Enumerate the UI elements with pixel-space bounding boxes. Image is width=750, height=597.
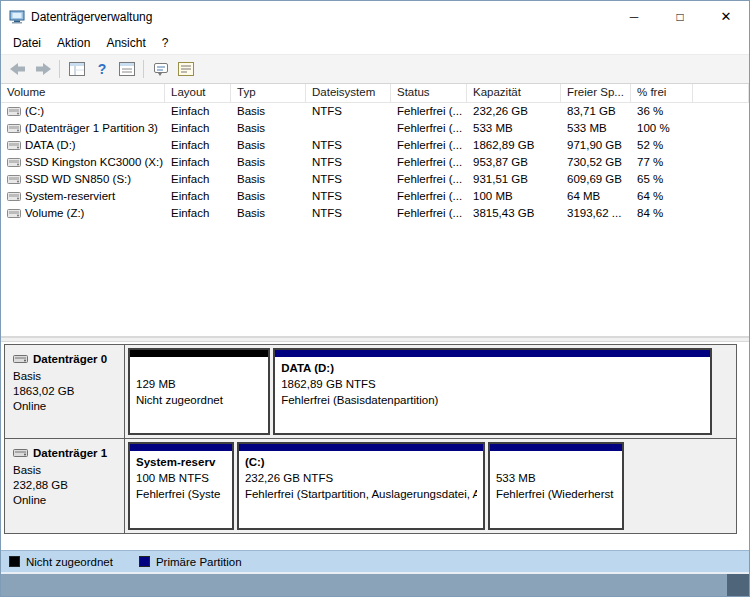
cell-volume: System-reserviert <box>1 188 165 205</box>
cell-layout: Einfach <box>165 171 231 188</box>
menu-hilfe[interactable]: ? <box>154 33 177 53</box>
disk-management-window: Datenträgerverwaltung ─ □ ✕ Datei Aktion… <box>0 0 750 597</box>
partition-size: 129 MB <box>136 376 262 392</box>
cell-typ: Basis <box>231 188 306 205</box>
partition-recovery[interactable]: 533 MB Fehlerfrei (Wiederherst <box>488 442 624 530</box>
minimize-button[interactable]: ─ <box>611 1 657 32</box>
volume-icon <box>7 208 21 219</box>
help-icon[interactable]: ? <box>89 57 114 81</box>
volume-row[interactable]: (Datenträger 1 Partition 3) Einfach Basi… <box>1 120 749 137</box>
disk-icon <box>13 447 28 459</box>
disk-row-0: Datenträger 0 Basis 1863,02 GB Online 12… <box>4 344 737 439</box>
volume-row[interactable]: SSD Kingston KC3000 (X:) Einfach Basis N… <box>1 154 749 171</box>
console-tree-icon[interactable] <box>64 57 89 81</box>
disk-icon <box>13 353 28 365</box>
disk-status: Online <box>13 399 120 414</box>
disk-name: Datenträger 0 <box>33 353 107 365</box>
cell-typ: Basis <box>231 137 306 154</box>
back-icon[interactable] <box>5 57 30 81</box>
partition-color-bar <box>239 444 483 451</box>
primary-partition-swatch <box>139 556 150 567</box>
svg-text:?: ? <box>97 61 106 77</box>
cell-kapazitaet: 931,51 GB <box>467 171 561 188</box>
app-icon[interactable] <box>9 9 25 25</box>
partition-system-reserved[interactable]: System-reserv 100 MB NTFS Fehlerfrei (Sy… <box>128 442 234 530</box>
disk-info-1[interactable]: Datenträger 1 Basis 232,88 GB Online <box>5 439 125 533</box>
volume-icon <box>7 106 21 117</box>
volume-row[interactable]: (C:) Einfach Basis NTFS Fehlerfrei (... … <box>1 103 749 120</box>
cell-layout: Einfach <box>165 137 231 154</box>
column-header-dateisystem[interactable]: Dateisystem <box>306 84 391 102</box>
cell-typ: Basis <box>231 120 306 137</box>
maximize-button[interactable]: □ <box>657 1 703 32</box>
cell-dateisystem: NTFS <box>306 137 391 154</box>
cell-volume: Volume (Z:) <box>1 205 165 222</box>
menu-datei[interactable]: Datei <box>5 33 49 53</box>
column-header-prozent-frei[interactable]: % frei <box>631 84 693 102</box>
column-header-volume[interactable]: Volume <box>1 84 165 102</box>
cell-prozent-frei: 36 % <box>631 103 693 120</box>
volume-row[interactable]: Volume (Z:) Einfach Basis NTFS Fehlerfre… <box>1 205 749 222</box>
menu-aktion[interactable]: Aktion <box>49 33 98 53</box>
volume-icon <box>7 157 21 168</box>
partition-status: Fehlerfrei (Wiederherst <box>496 486 616 502</box>
partition-color-bar <box>130 444 232 451</box>
volume-row[interactable]: SSD WD SN850 (S:) Einfach Basis NTFS Feh… <box>1 171 749 188</box>
cell-freier-speicher: 3193,62 ... <box>561 205 631 222</box>
disk-info-0[interactable]: Datenträger 0 Basis 1863,02 GB Online <box>5 345 125 438</box>
disk-status: Online <box>13 493 120 508</box>
partition-title: System-reserv <box>136 454 226 470</box>
cell-status: Fehlerfrei (... <box>391 137 467 154</box>
cell-layout: Einfach <box>165 205 231 222</box>
disk-0-partitions: 129 MB Nicht zugeordnet DATA (D:) 1862,8… <box>125 345 736 438</box>
partition-status: Nicht zugeordnet <box>136 392 262 408</box>
partition-title <box>136 360 262 376</box>
cell-layout: Einfach <box>165 154 231 171</box>
cell-dateisystem: NTFS <box>306 154 391 171</box>
cell-dateisystem <box>306 120 391 137</box>
menu-bar: Datei Aktion Ansicht ? <box>1 32 749 54</box>
partition-title <box>496 454 616 470</box>
menu-ansicht[interactable]: Ansicht <box>98 33 153 53</box>
cell-freier-speicher: 730,52 GB <box>561 154 631 171</box>
cell-kapazitaet: 232,26 GB <box>467 103 561 120</box>
cell-status: Fehlerfrei (... <box>391 154 467 171</box>
close-button[interactable]: ✕ <box>703 1 749 32</box>
volume-row[interactable]: DATA (D:) Einfach Basis NTFS Fehlerfrei … <box>1 137 749 154</box>
partition-data-d[interactable]: DATA (D:) 1862,89 GB NTFS Fehlerfrei (Ba… <box>273 348 712 435</box>
cell-prozent-frei: 77 % <box>631 154 693 171</box>
volume-icon <box>7 191 21 202</box>
cell-status: Fehlerfrei (... <box>391 120 467 137</box>
forward-icon[interactable] <box>30 57 55 81</box>
volume-list-header: Volume Layout Typ Dateisystem Status Kap… <box>1 84 749 103</box>
volume-name: DATA (D:) <box>25 137 76 154</box>
partition-c[interactable]: (C:) 232,26 GB NTFS Fehlerfrei (Startpar… <box>237 442 485 530</box>
cell-status: Fehlerfrei (... <box>391 103 467 120</box>
cell-volume: (Datenträger 1 Partition 3) <box>1 120 165 137</box>
cell-status: Fehlerfrei (... <box>391 188 467 205</box>
cell-status: Fehlerfrei (... <box>391 171 467 188</box>
cell-dateisystem: NTFS <box>306 205 391 222</box>
toolbar-separator <box>143 60 144 78</box>
column-header-typ[interactable]: Typ <box>231 84 306 102</box>
action-pane-icon[interactable] <box>148 57 173 81</box>
legend-list-icon[interactable] <box>173 57 198 81</box>
column-header-layout[interactable]: Layout <box>165 84 231 102</box>
cell-freier-speicher: 64 MB <box>561 188 631 205</box>
column-header-kapazitaet[interactable]: Kapazität <box>467 84 561 102</box>
cell-kapazitaet: 533 MB <box>467 120 561 137</box>
volume-icon <box>7 123 21 134</box>
volume-row[interactable]: System-reserviert Einfach Basis NTFS Feh… <box>1 188 749 205</box>
volume-name: Volume (Z:) <box>25 205 84 222</box>
column-header-freier-speicher[interactable]: Freier Sp... <box>561 84 631 102</box>
partition-unallocated[interactable]: 129 MB Nicht zugeordnet <box>128 348 270 435</box>
properties-icon[interactable] <box>114 57 139 81</box>
partition-status: Fehlerfrei (Basisdatenpartition) <box>281 392 704 408</box>
column-header-filler <box>693 84 749 102</box>
cell-prozent-frei: 64 % <box>631 188 693 205</box>
volume-name: SSD Kingston KC3000 (X:) <box>25 154 163 171</box>
cell-kapazitaet: 3815,43 GB <box>467 205 561 222</box>
column-header-status[interactable]: Status <box>391 84 467 102</box>
cell-prozent-frei: 84 % <box>631 205 693 222</box>
partition-size: 1862,89 GB NTFS <box>281 376 704 392</box>
